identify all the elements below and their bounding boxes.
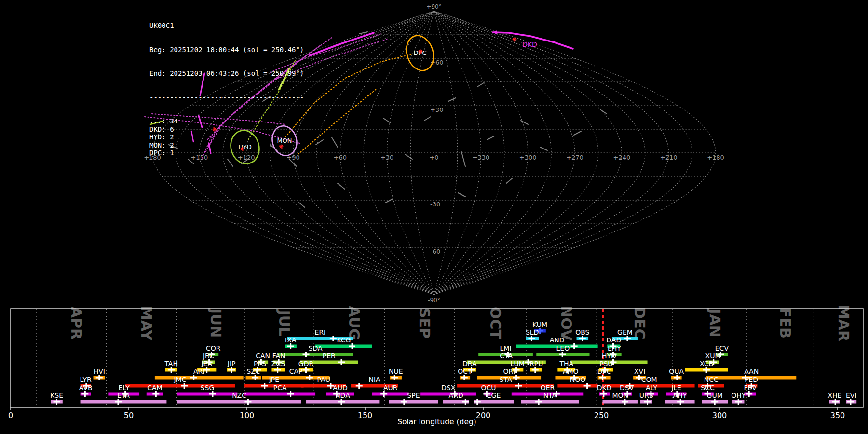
shower-label-ARD: ARD [449, 392, 463, 399]
shower-bar-MON [602, 400, 638, 404]
longitude-label: +240 [613, 154, 630, 161]
shower-label-DSV: DSV [620, 384, 634, 392]
shower-label-LMI: LMI [500, 344, 512, 352]
longitude-label: +210 [660, 154, 678, 161]
longitude-label: +330 [472, 154, 489, 161]
observation-info-panel: UK00C1 Beg: 20251202 18:00:44 (sol = 250… [149, 6, 304, 173]
month-label-AUG: AUG [346, 306, 363, 340]
sporadic-meteor-trail [506, 178, 512, 183]
sporadic-meteor-trail [424, 117, 431, 121]
shower-label-AND: AND [550, 336, 565, 344]
month-label-MAY: MAY [138, 306, 155, 341]
meteor-trail [285, 54, 413, 137]
shower-bar-ETA [81, 400, 167, 404]
shower-label-FEV: FEV [744, 384, 757, 392]
x-tick-label: 350 [830, 411, 845, 420]
sporadic-meteor-trail [316, 140, 323, 145]
shower-label-HYD: HYD [602, 352, 616, 360]
sporadic-meteor-trail [386, 199, 393, 203]
sporadic-meteor-trail [574, 131, 581, 135]
shower-label-ALY: ALY [646, 384, 658, 392]
x-tick-label: 0 [8, 411, 13, 420]
shower-label-CTA: CTA [500, 352, 513, 360]
sporadic-meteor-trail [487, 136, 494, 140]
shower-label-SLD: SLD [526, 328, 539, 336]
shower-label-DKD: DKD [597, 384, 612, 392]
sporadic-meteor-trail [448, 98, 456, 101]
shower-label-THA: THA [559, 360, 573, 367]
meteor-trail [298, 89, 376, 154]
month-label-OCT: OCT [487, 307, 504, 340]
shower-label-ARI: ARI [193, 367, 204, 375]
shower-label-RPU: RPU [529, 360, 543, 367]
shower-label-JRC: JRC [203, 352, 214, 360]
month-label-JUN: JUN [207, 308, 224, 338]
x-tick-label: 50 [124, 411, 134, 420]
shower-label-EVI: EVI [846, 392, 857, 399]
shower-label-SSG: SSG [201, 384, 215, 392]
shower-label-HVI: HVI [94, 367, 105, 375]
shower-label-AMO: AMO [563, 367, 579, 375]
trail-arrowhead [493, 30, 497, 34]
shower-bar-NTA [521, 400, 579, 404]
shower-bar-NZC [177, 400, 301, 404]
radiant-label-DPC: DPC [414, 49, 427, 56]
shower-label-NTA: NTA [543, 392, 557, 399]
radiant-counts: ...: 34DKD: 6HYD: 2MON: 2DPC: 1 [149, 117, 304, 157]
meteor-station-plot: +90°-90°+60+30-30-60+180+150+120+90+60+3… [0, 0, 868, 434]
sporadic-meteor-trail [477, 83, 484, 87]
shower-label-XVI: XVI [634, 367, 645, 375]
shower-bar-SDA [278, 353, 353, 356]
shower-label-DPC: DPC [597, 367, 611, 375]
month-label-JAN: JAN [706, 308, 723, 338]
shower-label-OBS: OBS [575, 328, 589, 336]
month-label-FEB: FEB [777, 308, 794, 339]
pole-label-top: +90° [426, 3, 441, 10]
shower-label-NUE: NUE [389, 367, 403, 375]
shower-label-SPE: SPE [407, 392, 420, 399]
x-axis-title: Solar longitude (deg) [397, 418, 476, 426]
longitude-label: +60 [334, 154, 347, 161]
longitude-label: +300 [519, 154, 537, 161]
longitude-label: +180 [707, 154, 724, 161]
x-tick-label: 150 [358, 411, 373, 420]
x-tick-label: 100 [240, 411, 255, 420]
shower-label-LEO: LEO [556, 344, 570, 352]
shower-label-AHY: AHY [673, 392, 687, 399]
shower-label-JLE: JLE [671, 384, 681, 392]
radiant-count-row: HYD: 2 [149, 133, 304, 141]
shower-label-KCG: KCG [337, 336, 351, 344]
shower-label-JEA: JEA [201, 360, 212, 367]
shower-label-LUM: LUM [510, 360, 524, 367]
grid-meridian [434, 11, 598, 295]
radiant-count-row: ...: 34 [149, 117, 304, 125]
shower-label-XHE: XHE [827, 392, 841, 399]
shower-bar-PCA [244, 393, 315, 396]
shower-label-GDR: GDR [298, 360, 314, 367]
shower-label-FED: FED [745, 376, 758, 383]
x-tick-label: 200 [476, 411, 491, 420]
shower-label-QUA: QUA [669, 367, 684, 375]
shower-label-PER: PER [323, 352, 336, 360]
shower-label-PAU: PAU [317, 376, 330, 383]
station-id: UK00C1 [149, 22, 304, 30]
shower-label-CAM: CAM [147, 384, 162, 392]
sporadic-meteor-trail [405, 154, 412, 159]
shower-label-COR: COR [206, 344, 221, 352]
shower-label-OHY: OHY [731, 392, 746, 399]
pole-label-bottom: -90° [428, 297, 440, 304]
shower-label-LYR: LYR [80, 376, 91, 383]
shower-label-ZCS: ZCS [271, 360, 285, 367]
latitude-label: +30 [430, 106, 443, 113]
shower-label-EGE: EGE [487, 392, 501, 399]
month-label-APR: APR [68, 307, 85, 339]
shower-label-TAH: TAH [164, 360, 178, 367]
shower-label-URS: URS [639, 392, 653, 399]
radiant-count-row: DKD: 6 [149, 125, 304, 134]
shower-label-XUM: XUM [705, 352, 721, 360]
end-time: End: 20251203 06:43:26 (sol = 250.99°) [149, 69, 304, 78]
shower-label-AUD: AUD [333, 384, 348, 392]
shower-label-CAP: CAP [289, 367, 303, 375]
shower-bar-KCG [315, 345, 372, 348]
begin-time: Beg: 20251202 18:00:44 (sol = 250.46°) [149, 46, 304, 54]
